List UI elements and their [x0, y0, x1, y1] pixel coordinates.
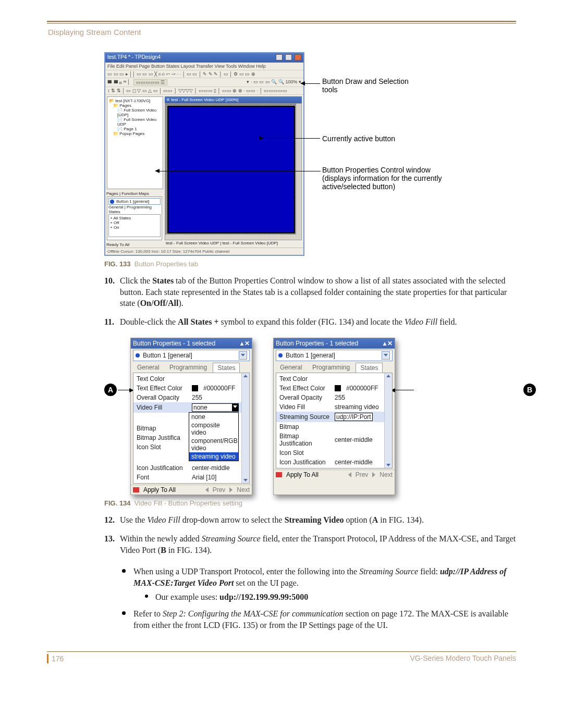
bp-tabs[interactable]: General Programming States — [131, 362, 252, 373]
active-button-canvas[interactable] — [167, 106, 295, 233]
step-11: 11. Double-click the All States + symbol… — [104, 316, 516, 328]
prev-icon[interactable] — [348, 472, 351, 477]
value-texteffect: #000000FF — [346, 385, 378, 392]
bp-button-selector[interactable]: Button 1 [general] — [276, 350, 393, 361]
menu-bar[interactable]: File Edit Panel Page Button States Layou… — [105, 63, 303, 70]
bp-button-selector[interactable]: Button 1 [general] — [133, 350, 250, 361]
videofill-dropdown[interactable]: none — [192, 403, 239, 412]
label-texteffect: Text Effect Color — [279, 385, 332, 392]
option-none[interactable]: none — [189, 413, 238, 421]
bullet-udp: When using a UDP Transport Protocol, ent… — [122, 566, 516, 603]
figure-133: test.TP4 * - TPDesign4 File Edit Panel P… — [104, 52, 516, 256]
label-iconjust: Icon Justification — [137, 464, 189, 472]
props-footer: Ready To All — [105, 242, 165, 248]
apply-icon — [133, 487, 139, 492]
chevron-down-icon[interactable] — [239, 351, 247, 360]
collapse-icon[interactable]: ▴ — [239, 340, 244, 345]
top-rule — [47, 21, 516, 23]
tab-programming[interactable]: Programming — [165, 363, 211, 372]
next-icon[interactable] — [372, 472, 375, 477]
close-icon[interactable]: ✕ — [387, 340, 393, 345]
bp-tabs[interactable]: General Programming States — [274, 362, 395, 373]
close-icon[interactable]: ✕ — [244, 340, 250, 345]
bullet-udp-example: Our example uses: udp://192.199.99.99:50… — [145, 591, 516, 603]
value-opacity: 255 — [335, 394, 345, 401]
figure-133-caption: FIG. 133 Button Properties tab — [104, 260, 516, 268]
label-bmpjust: Bitmap Justification — [279, 433, 332, 447]
option-composite[interactable]: composite video — [189, 421, 238, 437]
prev-button[interactable]: Prev — [356, 471, 369, 478]
window-titlebar: test.TP4 * - TPDesign4 — [105, 53, 303, 63]
props-header: Button 1 [general] — [116, 199, 149, 204]
close-icon[interactable] — [295, 54, 301, 60]
tree-item[interactable]: Full Screen Video [UDP] — [117, 108, 156, 117]
videofill-option-list[interactable]: none composite video component/RGB video… — [189, 412, 239, 461]
label-bitmap: Bitmap — [137, 425, 189, 432]
canvas-title: ✕ test - Full Screen Video UDP [100%] — [165, 96, 302, 103]
bp-footer: Apply To All Prev Next — [131, 485, 252, 495]
props-tabs[interactable]: General | Programming States — [108, 205, 161, 214]
badge-b: B — [523, 384, 536, 396]
figure-134: A B Button Properties - 1 selected ▴✕ Bu… — [104, 338, 516, 495]
label-font: Font — [137, 474, 189, 481]
tree-item[interactable]: Pages — [119, 103, 131, 108]
callout-props-window: Button Properties Control window (displa… — [322, 166, 442, 191]
toolbar-row-1[interactable]: ▭ ▭ ▭ ▸ ││ ▭ ▭ ▭ ╳ ⎌ ⎌ ⤺ ⤻ · · │ ▭ ▭ │ ✎… — [105, 70, 303, 78]
tree-item[interactable]: Popup Pages — [119, 131, 144, 136]
canvas-area[interactable] — [165, 103, 302, 240]
toolbar-row-2[interactable]: ⯀ ⯀ ◻ ▭ │▭▭▭▭▭ ☰ ▾ · ▭ ▭ ▭ 🔍 🔍 100% ▾ — [105, 78, 303, 87]
label-textcolor: Text Color — [279, 375, 332, 382]
apply-icon — [276, 472, 282, 477]
step-13: 13. Within the newly added Streaming Sou… — [104, 533, 516, 556]
scrollbar-vertical[interactable] — [384, 373, 392, 468]
status-bar: Offline Cursor: 130,003 Incr: 10:17 Size… — [105, 248, 303, 255]
tab-programming[interactable]: Programming — [308, 363, 354, 372]
tab-states[interactable]: States — [356, 363, 383, 373]
page-number: 176 — [52, 655, 64, 663]
window-controls[interactable] — [275, 54, 301, 61]
minimize-icon[interactable] — [276, 54, 283, 60]
next-button[interactable]: Next — [237, 486, 250, 493]
option-streaming[interactable]: streaming video — [189, 452, 238, 461]
dot-icon — [278, 353, 283, 357]
option-component[interactable]: component/RGB video — [189, 437, 238, 452]
prev-button[interactable]: Prev — [213, 486, 226, 493]
scrollbar-horizontal[interactable] — [165, 235, 301, 240]
breadcrumb: Displaying Stream Content — [48, 28, 516, 36]
streaming-source-input[interactable]: udp://IP:Port — [335, 413, 373, 421]
tab-states[interactable]: States — [213, 363, 240, 373]
canvas-tabs[interactable]: test - Full Screen Video UDP | test - Fu… — [165, 240, 302, 246]
tab-general[interactable]: General — [276, 363, 307, 372]
next-icon[interactable] — [229, 487, 232, 492]
color-swatch[interactable] — [335, 385, 341, 391]
label-opacity: Overall Opacity — [137, 394, 189, 401]
prev-icon[interactable] — [205, 487, 209, 492]
next-button[interactable]: Next — [380, 471, 393, 478]
button-properties-panel-b: Button Properties - 1 selected ▴✕ Button… — [273, 338, 395, 495]
chevron-down-icon[interactable] — [382, 351, 390, 360]
scrollbar-vertical[interactable] — [241, 373, 249, 483]
button-properties-panel[interactable]: Button 1 [general] General | Programming… — [107, 196, 162, 240]
collapse-icon[interactable]: ▴ — [382, 340, 387, 345]
scrollbar-vertical[interactable] — [296, 104, 301, 240]
callout-tools: Button Draw and Selection tools — [322, 77, 411, 94]
maximize-icon[interactable] — [285, 54, 292, 60]
value-opacity: 255 — [192, 394, 202, 401]
toolbar-row-3[interactable]: ↕ ⇅ ⇅ │ ▭ ◻ ▽ ▭ △ ▭ │ ▭▭ │ ▽▽▽▽ │ ▭▭▭ ▯ … — [105, 87, 303, 95]
apply-to-all-button[interactable]: Apply To All — [143, 486, 176, 493]
tree-item[interactable]: Full Screen Video UDP — [117, 117, 156, 127]
bp-titlebar: Button Properties - 1 selected ▴✕ — [131, 338, 252, 349]
tab-general[interactable]: General — [133, 363, 164, 372]
workspace-tree[interactable]: 📂 test [NXT-1700VG] 📁 Pages 📄 Full Scree… — [107, 96, 163, 189]
color-swatch[interactable] — [192, 385, 198, 391]
value-iconjust: center-middle — [335, 459, 373, 466]
bp-titlebar: Button Properties - 1 selected ▴✕ — [274, 338, 395, 349]
dot-icon — [136, 353, 140, 357]
footer: 176 VG-Series Modero Touch Panels — [47, 651, 516, 663]
chevron-down-icon[interactable] — [232, 404, 238, 411]
apply-to-all-button[interactable]: Apply To All — [286, 471, 319, 478]
bp-selected-label: Button 1 [general] — [286, 352, 335, 359]
tree-item[interactable]: Page 1 — [124, 127, 137, 131]
button-properties-panel-a: Button Properties - 1 selected ▴✕ Button… — [130, 338, 252, 495]
tree-tabs[interactable]: Pages | Function Maps — [105, 191, 165, 196]
